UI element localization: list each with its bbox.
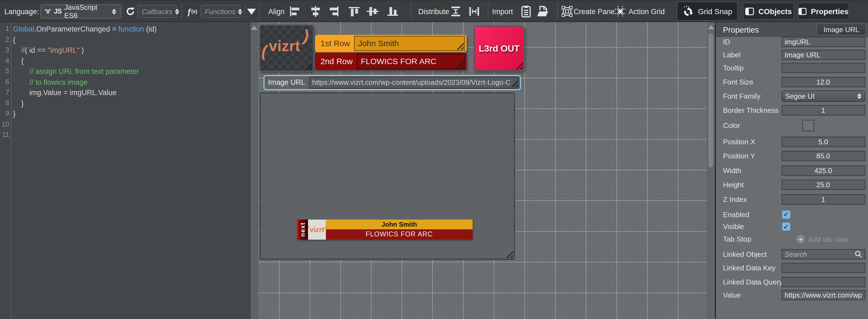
create-pane-icon-wrap[interactable] xyxy=(562,6,572,17)
cobjects-panel-toggle[interactable]: CObjects xyxy=(743,3,794,20)
prop-text-label[interactable]: Image URL xyxy=(781,50,865,60)
line-number: 2 xyxy=(0,34,11,45)
code-line[interactable]: // to flowics image xyxy=(13,77,157,87)
design-canvas[interactable]: ( vizrt ) 1st Row John Smith 2nd Row FLO… xyxy=(258,22,707,319)
align-left-button[interactable] xyxy=(288,6,302,17)
prop-text-linked-data-key[interactable] xyxy=(781,263,865,273)
main-toolbar: Language: 8 JS JavaScript ES6 Callbacks … xyxy=(0,0,868,22)
canvas-vertical-scrollbar[interactable] xyxy=(707,22,715,319)
prop-text-font-size[interactable]: 12.0 xyxy=(781,77,865,87)
prop-select-font-family[interactable]: Segoe UI xyxy=(781,90,865,102)
vizrt-image-widget[interactable]: ( vizrt ) xyxy=(259,24,314,71)
prop-text-value[interactable]: https://www.vizrt.com/wp xyxy=(781,290,865,300)
functions-dropdown[interactable]: Functions xyxy=(200,5,241,18)
row2-input[interactable]: FLOWICS FOR ARC xyxy=(357,54,465,69)
prop-label-visible: Visible xyxy=(723,223,744,231)
language-dropdown[interactable]: 8 JS JavaScript ES6 xyxy=(40,4,121,19)
resize-handle[interactable] xyxy=(504,249,513,258)
prop-text-position-x[interactable]: 5.0 xyxy=(781,137,865,147)
action-grid-icon-wrap[interactable] xyxy=(615,6,626,17)
l3rd-out-button[interactable]: L3rd OUT xyxy=(474,26,525,71)
align-right-button[interactable] xyxy=(327,6,340,17)
align-middle-vertical-button[interactable] xyxy=(366,6,379,17)
prop-label-id: ID xyxy=(723,38,730,46)
lower-third-graphic: next (vizrt) John Smith FLOWICS FOR ARC xyxy=(297,219,472,239)
code-line[interactable]: Global.OnParameterChanged = function (id… xyxy=(13,24,157,34)
editor-vertical-scrollbar[interactable] xyxy=(250,22,258,319)
preview-pane[interactable]: next (vizrt) John Smith FLOWICS FOR ARC xyxy=(259,92,515,260)
prop-label-linked-object: Linked Object xyxy=(723,250,767,258)
code-editor[interactable]: 1234567891011 Global.OnParameterChanged … xyxy=(0,22,250,319)
scrollbar-thumb[interactable] xyxy=(708,34,713,167)
prop-text-id[interactable]: imgURL xyxy=(781,37,865,47)
resize-handle[interactable] xyxy=(455,41,464,50)
prop-text-tooltip[interactable] xyxy=(781,63,865,73)
prop-text-linked-data-query[interactable] xyxy=(781,277,865,287)
properties-header: Properties Image URL xyxy=(716,22,868,37)
code-line[interactable]: { xyxy=(13,34,157,45)
editor-code-content[interactable]: Global.OnParameterChanged = function (id… xyxy=(13,24,157,141)
image-url-input[interactable]: https://www.vizrt.com/wp-content/uploads… xyxy=(309,76,519,88)
create-pane-button[interactable]: Create Pane xyxy=(574,1,615,22)
callbacks-label: Callbacks xyxy=(142,7,173,16)
code-line[interactable]: // assign URL from text parameter xyxy=(13,66,157,77)
prop-label-enabled: Enabled xyxy=(723,210,749,219)
prop-text-position-y[interactable]: 85.0 xyxy=(781,151,865,161)
row2-text-widget[interactable]: 2nd Row FLOWICS FOR ARC xyxy=(315,53,467,70)
prop-addbutton-tab-stop[interactable]: +Add tab stop xyxy=(796,235,848,243)
callbacks-dropdown[interactable]: Callbacks xyxy=(137,5,177,18)
properties-title: Properties xyxy=(723,22,759,37)
prop-text-border-thickness[interactable]: 1 xyxy=(781,105,865,115)
code-line[interactable]: } xyxy=(13,98,157,109)
refresh-button[interactable] xyxy=(124,5,137,18)
line-number: 4 xyxy=(0,56,11,66)
toolbar-separator xyxy=(244,3,245,20)
code-line[interactable] xyxy=(13,119,157,130)
row1-input[interactable]: John Smith xyxy=(354,36,465,51)
prop-label-tooltip: Tooltip xyxy=(723,64,744,72)
image-url-widget-selected[interactable]: Image URL https://www.vizrt.com/wp-conte… xyxy=(263,75,521,90)
panel-left-icon xyxy=(745,7,754,15)
align-top-button[interactable] xyxy=(348,6,361,17)
prop-checkbox-visible[interactable]: ✓ xyxy=(782,223,790,231)
prop-color-color[interactable] xyxy=(802,120,814,131)
distribute-vertical-button[interactable] xyxy=(450,6,462,17)
grid-snap-toggle[interactable]: Grid Snap xyxy=(677,2,738,21)
prop-label-linked-data-key: Linked Data Key xyxy=(723,264,776,272)
row1-text-widget[interactable]: 1st Row John Smith xyxy=(315,34,467,52)
properties-panel-toggle[interactable]: Properties xyxy=(798,3,849,20)
distribute-horizontal-button[interactable] xyxy=(468,6,480,17)
scroll-up-arrow-icon[interactable] xyxy=(708,25,714,29)
selected-control-badge[interactable]: Image URL xyxy=(816,23,866,35)
line-number: 10 xyxy=(0,119,11,130)
folder-file-icon xyxy=(537,5,549,18)
line-number: 8 xyxy=(0,98,11,109)
editor-collapse-caret[interactable] xyxy=(247,9,256,15)
line-number: 5 xyxy=(0,66,11,77)
prop-text-height[interactable]: 25.0 xyxy=(781,180,865,190)
prop-label-border-thickness: Border Thickness xyxy=(723,106,779,114)
panel-left-icon xyxy=(799,7,807,15)
import-file-button[interactable] xyxy=(537,5,549,18)
code-line[interactable]: } xyxy=(13,109,157,119)
prop-search-linked-object[interactable]: Search xyxy=(781,249,865,259)
align-bottom-button[interactable] xyxy=(386,6,399,17)
code-line[interactable]: img.Value = imgURL.Value xyxy=(13,87,157,98)
prop-label-position-x: Position X xyxy=(723,138,755,146)
prop-label-value: Value xyxy=(723,291,741,299)
action-grid-button[interactable]: Action Grid xyxy=(628,1,665,22)
code-line[interactable]: { xyxy=(13,56,157,66)
prop-text-width[interactable]: 425.0 xyxy=(781,165,865,176)
functions-icon: ƒ(x) xyxy=(185,5,199,18)
code-line[interactable]: if( id == "imgURL" ) xyxy=(13,45,157,56)
resize-handle[interactable] xyxy=(515,61,523,69)
align-center-horizontal-button[interactable] xyxy=(309,6,322,17)
properties-button-label: Properties xyxy=(811,7,849,16)
resize-handle[interactable] xyxy=(455,59,464,68)
line-number: 11 xyxy=(0,130,11,141)
prop-checkbox-enabled[interactable]: ✓ xyxy=(782,210,790,219)
import-clipboard-button[interactable] xyxy=(522,5,531,18)
scroll-up-arrow-icon[interactable] xyxy=(251,26,257,30)
code-line[interactable] xyxy=(13,130,157,141)
prop-text-z-index[interactable]: 1 xyxy=(781,194,865,204)
